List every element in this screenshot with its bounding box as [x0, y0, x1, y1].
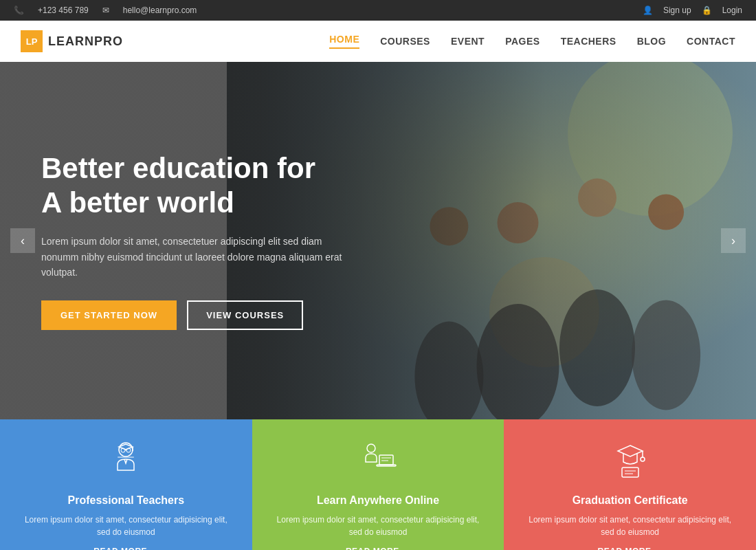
hero-title: Better education for A better world — [41, 151, 344, 221]
navbar: LP LEARNPRO HOME COURSES EVENT PAGES TEA… — [0, 21, 756, 62]
login-link[interactable]: Login — [722, 6, 742, 15]
top-bar: 📞 +123 456 789 ✉ hello@learnpro.com 👤 Si… — [0, 0, 756, 21]
email-address: hello@learnpro.com — [123, 6, 197, 15]
feature-desc-online: Lorem ipsum dolor sit amet, consectetur … — [273, 514, 484, 538]
phone-icon: 📞 — [14, 6, 24, 15]
nav-blog[interactable]: BLOG — [637, 36, 666, 47]
svg-rect-18 — [379, 455, 393, 465]
feature-title-certificate: Graduation Certificate — [572, 494, 688, 507]
feature-title-teachers: Professional Teachers — [68, 494, 185, 507]
teacher-icon — [105, 440, 146, 484]
feature-desc-teachers: Lorem ipsum dolor sit amet, consectetur … — [21, 514, 232, 538]
logo-box: LP — [21, 30, 43, 52]
nav-teachers[interactable]: TEACHERS — [561, 36, 616, 47]
lock-icon: 🔒 — [702, 6, 712, 15]
read-more-online[interactable]: READ MORE → — [346, 547, 410, 550]
svg-marker-22 — [618, 446, 643, 456]
prev-slide-button[interactable]: ‹ — [10, 228, 35, 253]
hero-section: Better education for A better world Lore… — [0, 62, 756, 419]
view-courses-button[interactable]: VIEW COURSES — [187, 300, 303, 330]
feature-card-online: Learn Anywhere Online Lorem ipsum dolor … — [252, 419, 504, 550]
signup-link[interactable]: Sign up — [663, 6, 691, 15]
feature-card-certificate: Graduation Certificate Lorem ipsum dolor… — [504, 419, 756, 550]
features-section: Professional Teachers Lorem ipsum dolor … — [0, 419, 756, 550]
email-icon: ✉ — [102, 6, 109, 15]
feature-card-teachers: Professional Teachers Lorem ipsum dolor … — [0, 419, 252, 550]
certificate-icon — [610, 440, 651, 484]
logo-initials: LP — [26, 36, 38, 47]
feature-desc-certificate: Lorem ipsum dolor sit amet, consectetur … — [524, 514, 735, 538]
auth-links: 👤 Sign up 🔒 Login — [643, 6, 742, 15]
read-more-teachers[interactable]: READ MORE → — [93, 547, 158, 550]
hero-content: Better education for A better world Lore… — [0, 151, 385, 331]
svg-rect-12 — [118, 456, 134, 458]
contact-info: 📞 +123 456 789 ✉ hello@learnpro.com — [14, 6, 197, 15]
svg-point-17 — [367, 444, 375, 452]
nav-links: HOME COURSES EVENT PAGES TEACHERS BLOG C… — [329, 34, 735, 49]
logo[interactable]: LP LEARNPRO — [21, 30, 123, 52]
next-slide-button[interactable]: › — [721, 228, 746, 253]
read-more-certificate[interactable]: READ MORE → — [598, 547, 663, 550]
feature-title-online: Learn Anywhere Online — [317, 494, 439, 507]
nav-event[interactable]: EVENT — [451, 36, 485, 47]
svg-rect-25 — [622, 468, 638, 477]
nav-pages[interactable]: PAGES — [505, 36, 540, 47]
hero-description: Lorem ipsum dolor sit amet, consectetuer… — [41, 234, 344, 280]
laptop-icon — [357, 440, 399, 484]
get-started-button[interactable]: GET STARTED NOW — [41, 300, 177, 330]
nav-contact[interactable]: CONTACT — [687, 36, 735, 47]
hero-buttons: GET STARTED NOW VIEW COURSES — [41, 300, 344, 330]
phone-number: +123 456 789 — [38, 6, 89, 15]
brand-name: LEARNPRO — [48, 34, 123, 49]
nav-home[interactable]: HOME — [329, 34, 359, 49]
nav-courses[interactable]: COURSES — [380, 36, 430, 47]
user-icon: 👤 — [643, 6, 653, 15]
svg-rect-19 — [377, 465, 396, 466]
